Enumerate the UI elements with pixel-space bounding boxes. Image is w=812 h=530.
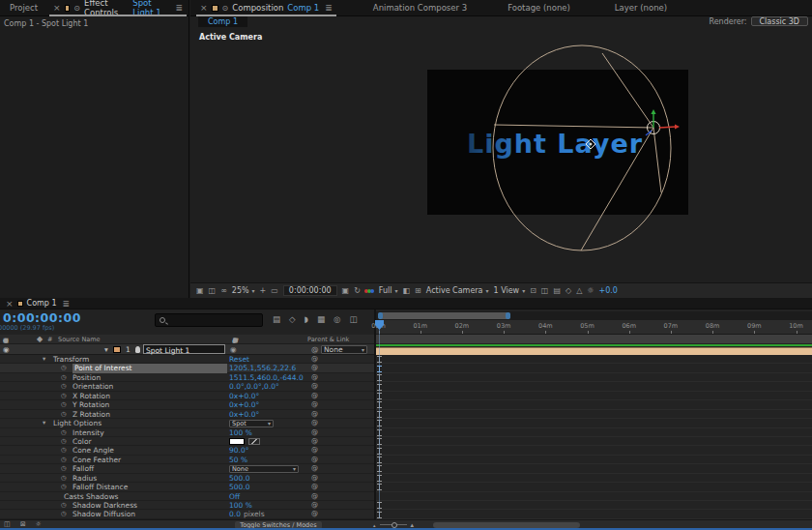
- property-row-intensity[interactable]: ◷Intensity100 %@: [0, 428, 375, 437]
- property-name[interactable]: Falloff Distance: [72, 483, 128, 491]
- property-dropdown[interactable]: Spot▾: [229, 420, 274, 427]
- timeline-track-transform[interactable]: [376, 355, 812, 364]
- view-layout-dropdown[interactable]: Active Camera▾: [426, 286, 489, 295]
- pixel-aspect-icon[interactable]: ◫: [541, 287, 549, 295]
- property-value[interactable]: 0x+0.0°: [229, 392, 259, 400]
- timeline-search-input[interactable]: [155, 313, 263, 327]
- renderer-button[interactable]: Classic 3D: [751, 16, 808, 26]
- snapshot-camera-icon[interactable]: ▣: [342, 287, 350, 295]
- property-value[interactable]: 0.0pixels: [229, 510, 265, 518]
- timeline-track-light-options[interactable]: [376, 419, 812, 427]
- draft-3d-icon[interactable]: ◇: [289, 315, 296, 323]
- timeline-track-radius[interactable]: [376, 474, 812, 483]
- transparency-grid-icon[interactable]: ◧: [403, 287, 411, 295]
- property-value[interactable]: 1511.5,460.0,-644.0: [229, 373, 304, 382]
- property-row-position[interactable]: ◷Position1511.5,460.0,-644.0@: [0, 373, 375, 382]
- pick-whip-icon[interactable]: @: [311, 510, 318, 518]
- horizontal-scrollbar[interactable]: [433, 522, 580, 528]
- timeline-track-orientation[interactable]: [376, 382, 812, 391]
- pick-whip-icon[interactable]: @: [311, 355, 318, 364]
- property-row-z-rotation[interactable]: ◷Z Rotation0x+0.0°@: [0, 410, 375, 419]
- property-name[interactable]: Position: [72, 373, 101, 382]
- video-eye-icon[interactable]: ◉: [3, 344, 10, 355]
- stopwatch-icon[interactable]: ◷: [61, 510, 67, 518]
- pick-whip-icon[interactable]: @: [311, 492, 318, 501]
- panel-menu-icon[interactable]: ≣: [63, 299, 71, 309]
- tab-effect-controls[interactable]: × ⊙ Effect Controls Spot Light 1 ≣: [47, 0, 188, 16]
- time-ruler[interactable]: 00m01m02m03m04m05m06m07m08m09m10m: [376, 320, 812, 335]
- layer-duration-bar[interactable]: [376, 347, 812, 355]
- pick-whip-icon[interactable]: @: [311, 474, 318, 483]
- property-name[interactable]: Shadow Diffusion: [72, 510, 135, 518]
- stopwatch-icon[interactable]: ◷: [61, 392, 67, 400]
- lock-icon[interactable]: ▣: [3, 337, 9, 344]
- property-row-transform[interactable]: ▾TransformReset@: [0, 355, 375, 364]
- show-snapshot-icon[interactable]: ↻: [354, 287, 361, 295]
- property-value[interactable]: 50 %: [229, 456, 247, 464]
- lock-icon[interactable]: ⊙: [73, 4, 80, 13]
- composition-viewer[interactable]: Active Camera Light Layer: [190, 27, 812, 282]
- stopwatch-icon[interactable]: ◷: [61, 400, 67, 409]
- navigator-start-handle[interactable]: [378, 312, 383, 319]
- timeline-track-falloff-distance[interactable]: [376, 483, 812, 491]
- views-dropdown[interactable]: 1 View▾: [494, 286, 526, 295]
- pick-whip-icon[interactable]: @: [311, 464, 318, 473]
- lock-icon[interactable]: ⊙: [222, 4, 229, 13]
- flowchart-icon[interactable]: ▤: [553, 287, 561, 295]
- timeline-track-casts-shadows[interactable]: [376, 492, 812, 501]
- property-name[interactable]: Radius: [72, 474, 97, 483]
- property-value[interactable]: 1205.1,556.2,22.6: [229, 364, 296, 372]
- pick-whip-icon[interactable]: @: [311, 419, 318, 427]
- timeline-track-shadow-diffusion[interactable]: [376, 510, 812, 518]
- close-icon[interactable]: ×: [53, 3, 61, 13]
- property-name[interactable]: Intensity: [72, 428, 104, 437]
- pick-whip-icon[interactable]: @: [311, 437, 318, 446]
- pick-whip-icon[interactable]: @: [311, 410, 318, 419]
- pick-whip-icon[interactable]: @: [311, 446, 318, 455]
- stopwatch-icon[interactable]: ◷: [61, 456, 67, 464]
- property-row-falloff-distance[interactable]: ◷Falloff Distance500.0@: [0, 483, 375, 491]
- tab-animation-composer[interactable]: Animation Composer 3: [363, 3, 477, 13]
- timeline-navigator[interactable]: [376, 311, 812, 320]
- magnification-dropdown[interactable]: 25%▾: [232, 286, 255, 295]
- navigator-end-handle[interactable]: [506, 312, 510, 319]
- property-name[interactable]: Cone Angle: [72, 446, 114, 455]
- close-icon[interactable]: ×: [200, 3, 208, 13]
- channel-icon[interactable]: [365, 289, 374, 293]
- timeline-track-cone-angle[interactable]: [376, 446, 812, 455]
- current-timecode[interactable]: 0:00:00:00: [3, 310, 81, 325]
- layer-row-spot-light-1[interactable]: ◉ ▾ 1 Spot Light 1 ◉ @ None▾: [0, 344, 375, 355]
- stopwatch-icon[interactable]: ◷: [61, 428, 67, 437]
- stopwatch-icon[interactable]: ◷: [61, 364, 67, 372]
- property-name[interactable]: Transform: [53, 355, 89, 364]
- property-row-radius[interactable]: ◷Radius500.0@: [0, 474, 375, 483]
- close-icon[interactable]: ×: [6, 299, 14, 309]
- property-value[interactable]: 0x+0.0°: [229, 410, 259, 419]
- comp-marker-icon[interactable]: ▤: [273, 315, 280, 323]
- tab-composition[interactable]: × ⊙ Composition Comp 1 ≣: [194, 0, 338, 16]
- timeline-tab-label[interactable]: Comp 1: [27, 299, 57, 308]
- stopwatch-icon[interactable]: ◷: [61, 446, 67, 455]
- graph-editor-icon[interactable]: ◫: [350, 315, 358, 323]
- chevron-down-icon[interactable]: ▾: [43, 419, 45, 427]
- source-name-column-header[interactable]: Source Name: [58, 336, 101, 343]
- tab-project[interactable]: Project: [0, 3, 47, 13]
- layer-duration-track[interactable]: [376, 344, 812, 355]
- property-name[interactable]: Color: [72, 437, 92, 446]
- mask-visibility-icon[interactable]: ⊞: [415, 287, 421, 295]
- property-name[interactable]: Light Options: [53, 419, 102, 427]
- tab-layer[interactable]: Layer (none): [605, 3, 677, 13]
- stopwatch-icon[interactable]: ◷: [61, 382, 67, 391]
- pick-whip-icon[interactable]: @: [311, 344, 319, 355]
- panel-menu-icon[interactable]: ≣: [325, 3, 333, 13]
- av-feature-icon[interactable]: ◉: [230, 344, 237, 355]
- pick-whip-icon[interactable]: @: [311, 400, 318, 409]
- property-name[interactable]: Cone Feather: [72, 456, 121, 464]
- layer-label-swatch[interactable]: [113, 346, 121, 353]
- color-swatch[interactable]: [229, 438, 245, 445]
- timeline-track-point-of-interest[interactable]: [376, 364, 812, 372]
- zoom-slider-knob[interactable]: [392, 522, 397, 528]
- property-value[interactable]: Off: [229, 492, 240, 501]
- fast-preview-icon[interactable]: △: [576, 287, 582, 295]
- timeline-track-intensity[interactable]: [376, 428, 812, 437]
